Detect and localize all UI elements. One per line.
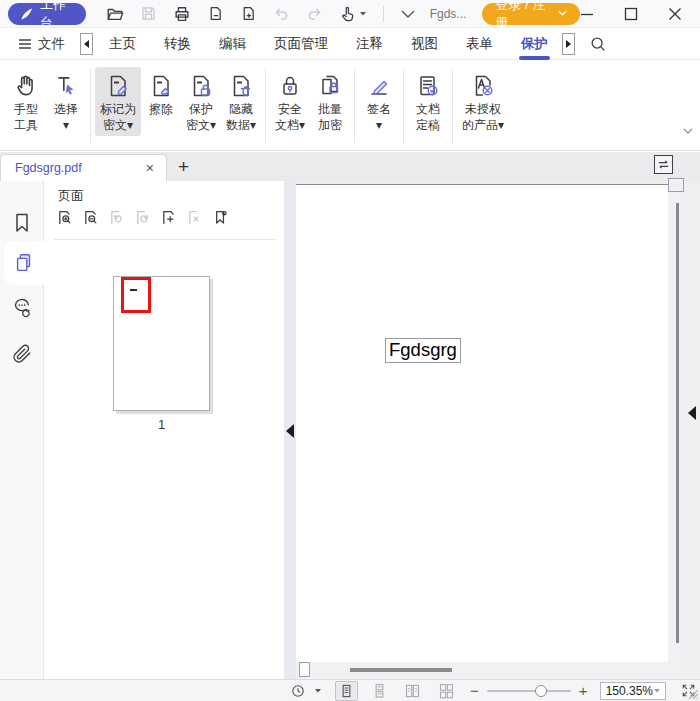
menu-tab-edit[interactable]: 编辑 [219,29,246,60]
swap-arrows-icon [657,159,670,170]
workspace-button[interactable]: 工作台 [8,3,86,25]
menu-scroll-left-button[interactable] [80,33,93,55]
document-tab[interactable]: Fgdsgrg.pdf × [0,154,167,181]
page-remove-icon[interactable] [207,5,224,22]
collapse-panel-arrow[interactable] [286,424,294,438]
tab-close-icon[interactable]: × [146,160,154,176]
redo-icon[interactable] [306,5,323,22]
scrollbar-top-box[interactable] [668,178,684,192]
document-tabstrip: Fgdsgrg.pdf × + [0,152,700,181]
minimize-button[interactable] [580,7,594,21]
signature-pen-icon [366,71,392,101]
thumbnail-zoom-in-icon[interactable] [56,209,73,226]
workspace-label: 工作台 [40,0,74,32]
save-icon[interactable] [140,5,157,22]
document-redaction-text[interactable]: Fgdsgrg [385,338,461,363]
thumbnail-zoom-out-icon[interactable] [82,209,99,226]
left-triangle-icon [84,40,89,48]
attachments-panel-button[interactable] [0,334,44,374]
finalize-document-button[interactable]: 文档 定稿 [408,67,448,136]
hidden-data-button[interactable]: 隐藏 数据▾ [221,67,261,136]
zoom-slider-track[interactable] [487,690,571,693]
page-a-block-icon [470,71,496,101]
page-thumbnail[interactable] [113,276,210,411]
single-page-view-button[interactable] [335,681,358,701]
insert-page-icon[interactable] [160,209,177,226]
page-add-icon[interactable] [240,5,257,22]
erase-button[interactable]: 擦除 [141,67,181,120]
bookmarks-panel-button[interactable] [0,203,44,243]
swap-view-button[interactable] [654,155,673,174]
right-triangle-icon [566,40,571,48]
pages-panel: 页面 1 [44,181,284,679]
rotate-view-dropdown-icon[interactable] [311,681,325,701]
new-tab-button[interactable]: + [178,157,189,177]
maximize-button[interactable] [624,7,638,21]
panel-collapse-strip [284,181,296,679]
protect-redaction-button[interactable]: 保护 密文▾ [181,67,221,136]
hand-tool-button[interactable]: 手型 工具 [6,67,46,136]
divider [383,6,384,22]
zoom-in-button[interactable]: + [575,683,592,699]
hand-icon [13,71,39,101]
zoom-level-combobox[interactable]: 150.35% [600,682,666,700]
toolbar-separator [265,69,266,143]
continuous-view-button[interactable] [369,681,390,701]
print-icon[interactable] [173,5,191,23]
rotate-left-icon[interactable] [108,209,125,226]
collapse-toolbar-icon[interactable] [400,8,416,20]
page-lock-icon [188,71,214,101]
zoom-out-button[interactable]: − [466,683,483,699]
mark-redaction-button[interactable]: 标记为 密文▾ [95,67,141,136]
hamburger-icon [18,38,32,50]
chevron-down-icon [558,10,567,17]
close-button[interactable] [668,7,682,21]
zoom-dropdown-icon [653,688,661,694]
search-icon[interactable] [589,35,607,53]
scrollbar-corner-box[interactable] [299,662,310,677]
facing-view-button[interactable] [401,681,424,701]
main-area: 页面 1 Fgdsgrg [0,181,700,679]
delete-page-icon[interactable] [186,209,203,226]
menu-file-label: 文件 [38,35,65,53]
ribbon-scroll-icon[interactable] [682,127,694,136]
panel-divider [54,239,276,240]
open-folder-icon[interactable] [106,5,124,23]
menu-tab-protect[interactable]: 保护 [521,29,548,60]
hand-pointer-icon[interactable] [339,5,367,22]
comments-panel-button[interactable] [0,287,44,327]
zoom-slider[interactable] [487,684,571,698]
resize-grip[interactable] [686,687,699,700]
expand-right-panel-arrow[interactable] [688,406,696,420]
login-register-button[interactable]: 登录 / 注册 [482,3,580,25]
toolbar-separator [403,69,404,143]
zoom-level-value: 150.35% [606,684,653,698]
batch-encrypt-button[interactable]: 批量 加密 [310,67,350,136]
horizontal-scrollbar[interactable] [296,662,668,679]
facing-continuous-view-button[interactable] [435,681,458,701]
menu-tab-home[interactable]: 主页 [109,29,136,60]
select-tool-button[interactable]: 选择 ▾ [46,67,86,136]
undo-icon[interactable] [273,5,290,22]
menu-tab-convert[interactable]: 转换 [164,29,191,60]
zoom-slider-handle[interactable] [535,685,547,697]
sign-button[interactable]: 签名 ▾ [359,67,399,136]
vertical-scroll-thumb[interactable] [676,203,679,643]
paperclip-icon [11,343,33,365]
pages-panel-button[interactable] [4,241,44,285]
rotate-right-icon[interactable] [134,209,151,226]
horizontal-scroll-thumb[interactable] [350,668,452,672]
menu-scroll-right-button[interactable] [562,33,575,55]
menu-file[interactable]: 文件 [18,35,65,53]
rotate-view-icon[interactable] [287,681,309,701]
statusbar: − + 150.35% [0,679,700,701]
menu-tab-form[interactable]: 表单 [466,29,493,60]
menu-tab-comment[interactable]: 注释 [356,29,383,60]
menu-tab-view[interactable]: 视图 [411,29,438,60]
unauthorized-products-button[interactable]: 未授权 的产品▾ [457,67,509,136]
secure-document-button[interactable]: 安全 文档▾ [270,67,310,136]
vertical-scrollbar[interactable] [668,181,684,679]
page-options-icon[interactable] [212,209,229,226]
menu-tab-page-management[interactable]: 页面管理 [274,29,328,60]
toolbar-separator [452,69,453,143]
